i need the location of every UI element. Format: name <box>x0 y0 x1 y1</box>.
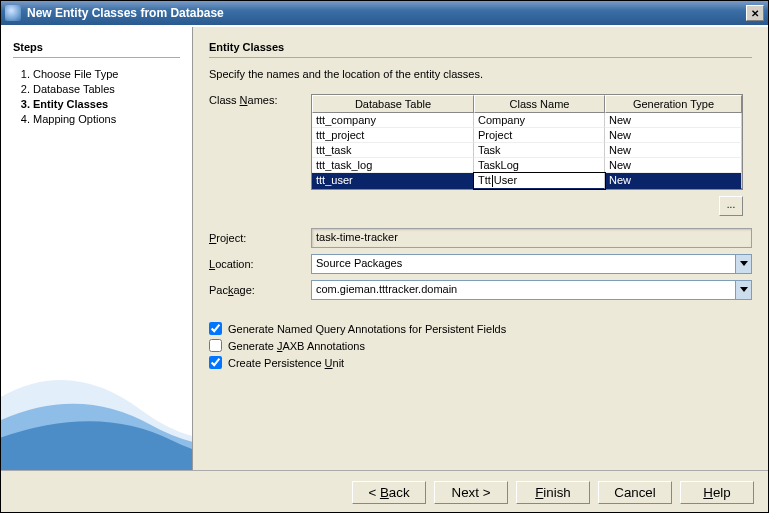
app-icon <box>5 5 21 21</box>
header-generation-type[interactable]: Generation Type <box>605 95 742 113</box>
jaxb-checkbox-row[interactable]: Generate JAXB Annotations <box>209 339 752 352</box>
package-combo[interactable]: com.gieman.tttracker.domain <box>311 280 752 300</box>
jaxb-checkbox[interactable] <box>209 339 222 352</box>
more-button[interactable]: ... <box>719 196 743 216</box>
cancel-button[interactable]: Cancel <box>598 481 672 504</box>
step-4: Mapping Options <box>33 113 180 125</box>
step-3: Entity Classes <box>33 98 180 110</box>
package-label: Package: <box>209 284 311 296</box>
named-query-checkbox-row[interactable]: Generate Named Query Annotations for Per… <box>209 322 752 335</box>
chevron-down-icon[interactable] <box>735 255 751 273</box>
table-row[interactable]: ttt_company Company New <box>312 113 742 128</box>
chevron-down-icon[interactable] <box>735 281 751 299</box>
steps-sidebar: Steps Choose File Type Database Tables E… <box>1 27 193 470</box>
back-button[interactable]: < Back <box>352 481 426 504</box>
steps-list: Choose File Type Database Tables Entity … <box>13 68 180 125</box>
help-button[interactable]: Help <box>680 481 754 504</box>
decorative-wave <box>1 270 193 470</box>
project-field: task-time-tracker <box>311 228 752 248</box>
location-combo[interactable]: Source Packages <box>311 254 752 274</box>
persistence-unit-checkbox-row[interactable]: Create Persistence Unit <box>209 356 752 369</box>
table-row[interactable]: ttt_task Task New <box>312 143 742 158</box>
named-query-checkbox[interactable] <box>209 322 222 335</box>
main-panel: Entity Classes Specify the names and the… <box>193 27 768 470</box>
step-1: Choose File Type <box>33 68 180 80</box>
table-row[interactable]: ttt_project Project New <box>312 128 742 143</box>
finish-button[interactable]: Finish <box>516 481 590 504</box>
step-2: Database Tables <box>33 83 180 95</box>
close-button[interactable]: ✕ <box>746 5 764 21</box>
table-header: Database Table Class Name Generation Typ… <box>312 95 742 113</box>
description-text: Specify the names and the location of th… <box>209 68 752 80</box>
table-row-selected[interactable]: ttt_user TttUser New <box>312 173 742 189</box>
main-heading: Entity Classes <box>209 41 752 58</box>
window-title: New Entity Classes from Database <box>27 6 746 20</box>
persistence-unit-checkbox[interactable] <box>209 356 222 369</box>
class-names-label: Class Names: <box>209 94 311 106</box>
header-class-name[interactable]: Class Name <box>474 95 605 113</box>
class-names-table[interactable]: Database Table Class Name Generation Typ… <box>311 94 743 190</box>
title-bar: New Entity Classes from Database ✕ <box>1 1 768 25</box>
project-label: Project: <box>209 232 311 244</box>
location-label: Location: <box>209 258 311 270</box>
button-bar: < Back Next > Finish Cancel Help <box>1 470 768 513</box>
class-name-editor[interactable]: TttUser <box>474 173 605 189</box>
table-row[interactable]: ttt_task_log TaskLog New <box>312 158 742 173</box>
steps-heading: Steps <box>13 41 180 58</box>
next-button[interactable]: Next > <box>434 481 508 504</box>
header-database-table[interactable]: Database Table <box>312 95 474 113</box>
content-area: Steps Choose File Type Database Tables E… <box>1 27 768 470</box>
